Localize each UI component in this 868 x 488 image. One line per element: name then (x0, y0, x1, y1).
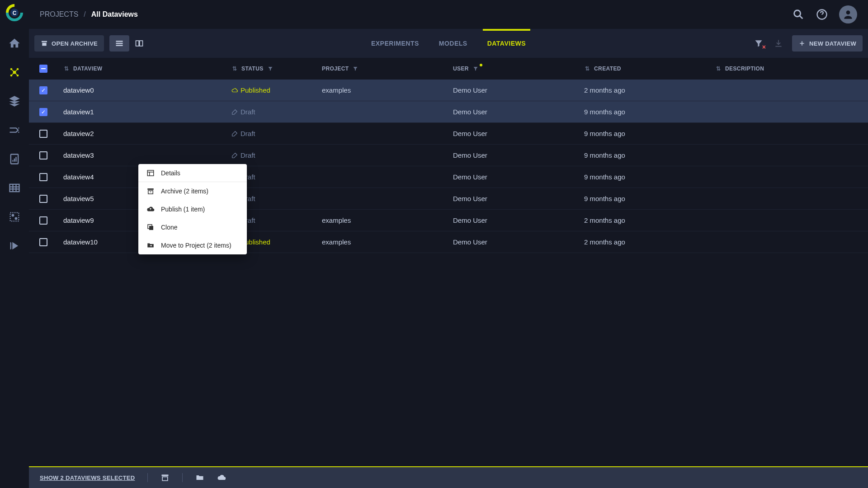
clear-filters-icon[interactable] (752, 37, 765, 50)
row-created: 2 months ago (584, 86, 715, 94)
table-header: ⇅DATAVIEW ⇅STATUS PROJECT USER ⇅CREATED … (29, 58, 868, 80)
column-header-name[interactable]: ⇅DATAVIEW (58, 66, 231, 72)
svg-point-13 (15, 218, 17, 220)
row-user: Demo User (453, 108, 584, 116)
footer-archive-icon[interactable] (160, 473, 170, 482)
table-row[interactable]: dataview3DraftDemo User9 months ago (29, 145, 868, 166)
tab-experiments[interactable]: EXPERIMENTS (371, 29, 419, 58)
footer-move-icon[interactable] (195, 473, 204, 482)
download-icon (772, 37, 785, 50)
column-header-created[interactable]: ⇅CREATED (584, 66, 715, 72)
row-user: Demo User (453, 173, 584, 181)
row-checkbox[interactable] (39, 108, 47, 116)
svg-rect-20 (116, 41, 123, 42)
row-user: Demo User (453, 195, 584, 202)
row-project: examples (322, 238, 453, 246)
svg-rect-26 (147, 188, 154, 190)
svg-point-7 (10, 75, 13, 77)
svg-point-6 (17, 68, 19, 70)
column-header-user[interactable]: USER (453, 66, 584, 72)
row-checkbox[interactable] (39, 216, 47, 225)
ctx-publish[interactable]: Publish (1 item) (138, 200, 247, 218)
row-checkbox[interactable] (39, 195, 47, 203)
table-row[interactable]: dataview1DraftDemo User9 months ago (29, 101, 868, 123)
nav-datasets-icon[interactable] (0, 58, 29, 87)
breadcrumb: PROJECTS / All Dataviews (40, 10, 138, 19)
view-detail-button[interactable] (129, 35, 149, 52)
view-list-button[interactable] (109, 35, 129, 52)
nav-layers-icon[interactable] (0, 87, 29, 116)
footer-separator (147, 473, 148, 482)
main-tabs: EXPERIMENTS MODELS DATAVIEWS (371, 29, 526, 58)
tab-models[interactable]: MODELS (439, 29, 467, 58)
svg-rect-23 (136, 41, 139, 46)
side-nav: C (0, 0, 29, 488)
row-created: 9 months ago (584, 151, 715, 159)
nav-annotate-icon[interactable] (0, 202, 29, 231)
footer-bar: SHOW 2 DATAVIEWS SELECTED (29, 466, 868, 488)
tab-dataviews[interactable]: DATAVIEWS (487, 29, 526, 58)
column-header-description[interactable]: ⇅DESCRIPTION (715, 66, 868, 72)
nav-reports-icon[interactable] (0, 145, 29, 174)
svg-point-8 (17, 75, 19, 77)
user-avatar[interactable] (839, 5, 857, 23)
ctx-clone[interactable]: Clone (138, 218, 247, 236)
open-archive-label: OPEN ARCHIVE (52, 40, 98, 47)
table-row[interactable]: dataview2DraftDemo User9 months ago (29, 123, 868, 145)
row-status: Draft (231, 130, 322, 137)
row-created: 2 months ago (584, 238, 715, 246)
row-created: 9 months ago (584, 108, 715, 116)
row-name: dataview2 (58, 130, 231, 137)
row-project: examples (322, 216, 453, 224)
header-bar: PROJECTS / All Dataviews (29, 0, 868, 29)
nav-table-icon[interactable] (0, 174, 29, 202)
row-user: Demo User (453, 216, 584, 224)
app-logo[interactable]: C (5, 4, 24, 22)
row-user: Demo User (453, 151, 584, 159)
footer-selection-link[interactable]: SHOW 2 DATAVIEWS SELECTED (40, 474, 135, 481)
row-checkbox[interactable] (39, 130, 47, 138)
svg-point-12 (12, 215, 14, 216)
svg-rect-28 (150, 192, 151, 192)
search-icon[interactable] (792, 8, 805, 21)
row-created: 9 months ago (584, 195, 715, 202)
view-toggle (109, 35, 149, 52)
row-user: Demo User (453, 130, 584, 137)
nav-home-icon[interactable] (0, 29, 29, 58)
help-icon[interactable] (816, 8, 828, 21)
breadcrumb-current: All Dataviews (91, 10, 138, 19)
select-all-checkbox[interactable] (39, 65, 47, 73)
nav-deploy-icon[interactable] (0, 231, 29, 260)
row-checkbox[interactable] (39, 173, 47, 181)
nav-pipeline-icon[interactable] (0, 116, 29, 145)
svg-rect-21 (116, 43, 123, 44)
row-checkbox[interactable] (39, 86, 47, 94)
row-project: examples (322, 86, 453, 94)
context-menu: Details Archive (2 items) Publish (1 ite… (138, 164, 247, 254)
row-user: Demo User (453, 238, 584, 246)
svg-text:C: C (13, 10, 17, 16)
row-user: Demo User (453, 86, 584, 94)
svg-rect-32 (163, 477, 168, 480)
breadcrumb-parent[interactable]: PROJECTS (40, 10, 78, 19)
row-name: dataview0 (58, 86, 231, 94)
new-dataview-button[interactable]: NEW DATAVIEW (792, 35, 863, 52)
svg-rect-19 (44, 44, 45, 44)
column-header-project[interactable]: PROJECT (322, 66, 453, 72)
open-archive-button[interactable]: OPEN ARCHIVE (34, 35, 104, 52)
svg-point-5 (10, 68, 13, 70)
row-checkbox[interactable] (39, 238, 47, 246)
svg-rect-24 (140, 41, 143, 46)
svg-point-14 (794, 10, 801, 16)
new-dataview-label: NEW DATAVIEW (809, 40, 856, 47)
row-name: dataview3 (58, 151, 231, 159)
svg-rect-11 (10, 213, 19, 221)
svg-rect-17 (42, 41, 47, 42)
column-header-status[interactable]: ⇅STATUS (231, 66, 322, 72)
ctx-archive[interactable]: Archive (2 items) (138, 182, 247, 200)
row-checkbox[interactable] (39, 151, 47, 160)
ctx-move[interactable]: Move to Project (2 items) (138, 236, 247, 254)
ctx-details[interactable]: Details (138, 164, 247, 182)
table-row[interactable]: dataview0PublishedexamplesDemo User2 mon… (29, 80, 868, 101)
footer-publish-icon[interactable] (217, 473, 226, 482)
